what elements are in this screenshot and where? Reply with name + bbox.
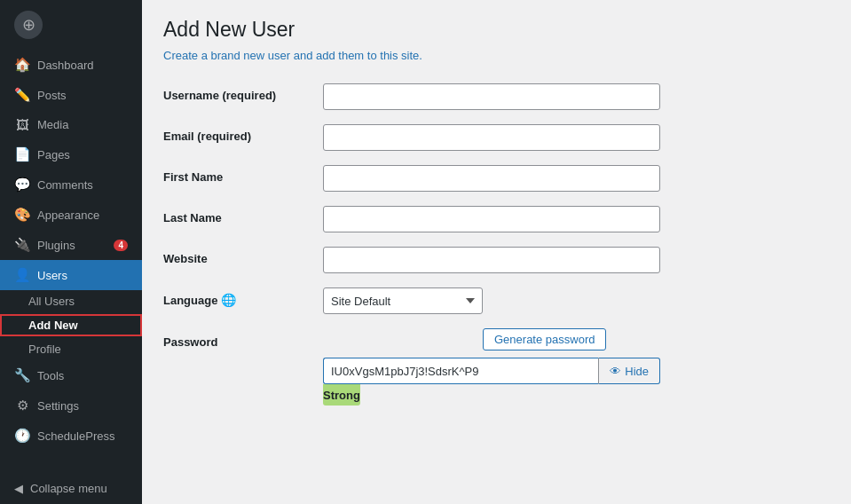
firstname-label: First Name xyxy=(163,165,323,184)
main-content: Add New User Create a brand new user and… xyxy=(142,0,851,504)
wp-logo-icon: ⊕ xyxy=(14,11,43,39)
email-label: Email (required) xyxy=(163,124,323,143)
plugins-icon: 🔌 xyxy=(14,237,30,253)
firstname-input[interactable] xyxy=(323,165,660,192)
sidebar-item-label: SchedulePress xyxy=(37,429,128,443)
lastname-input[interactable] xyxy=(323,206,660,232)
plugins-badge: 4 xyxy=(114,240,128,251)
language-icon: 🌐 xyxy=(221,293,236,307)
language-label: Language 🌐 xyxy=(163,287,323,307)
sidebar-item-label: Dashboard xyxy=(37,59,128,72)
username-row: Username (required) xyxy=(163,83,830,110)
username-input-wrap xyxy=(323,83,660,110)
hide-btn-label: Hide xyxy=(625,365,649,378)
username-label: Username (required) xyxy=(163,83,323,102)
password-row: Password Generate password 👁 Hide Strong xyxy=(163,328,830,406)
sidebar-item-settings[interactable]: ⚙ Settings xyxy=(0,390,142,421)
submenu-profile[interactable]: Profile xyxy=(0,338,142,360)
password-strength-bar: Strong xyxy=(323,384,360,406)
sidebar-item-dashboard[interactable]: 🏠 Dashboard xyxy=(0,50,142,80)
eye-icon: 👁 xyxy=(610,365,621,378)
email-input[interactable] xyxy=(323,124,660,151)
sidebar-item-comments[interactable]: 💬 Comments xyxy=(0,169,142,200)
appearance-icon: 🎨 xyxy=(14,207,30,223)
website-input[interactable] xyxy=(323,247,660,273)
lastname-input-wrap xyxy=(323,206,660,232)
sidebar-item-label: Media xyxy=(37,118,128,131)
email-row: Email (required) xyxy=(163,124,830,151)
sidebar-item-tools[interactable]: 🔧 Tools xyxy=(0,360,142,390)
email-input-wrap xyxy=(323,124,660,151)
website-input-wrap xyxy=(323,247,660,273)
sidebar-item-posts[interactable]: ✏️ Posts xyxy=(0,80,142,110)
password-field-row: 👁 Hide xyxy=(323,358,660,384)
posts-icon: ✏️ xyxy=(14,87,30,103)
sidebar-item-label: Plugins xyxy=(37,239,106,252)
password-label-row: Password Generate password xyxy=(163,328,830,350)
lastname-row: Last Name xyxy=(163,206,830,232)
sidebar: ⊕ 🏠 Dashboard ✏️ Posts 🖼 Media 📄 Pages 💬… xyxy=(0,0,142,504)
submenu-add-new[interactable]: Add New xyxy=(0,314,142,336)
media-icon: 🖼 xyxy=(14,117,30,132)
sidebar-item-label: Comments xyxy=(37,178,128,192)
collapse-icon: ◀ xyxy=(14,482,23,495)
pages-icon: 📄 xyxy=(14,146,30,162)
sidebar-item-schedulepress[interactable]: 🕐 SchedulePress xyxy=(0,421,142,451)
sidebar-item-appearance[interactable]: 🎨 Appearance xyxy=(0,200,142,230)
sidebar-item-label: Appearance xyxy=(37,209,128,222)
users-icon: 👤 xyxy=(14,267,30,283)
sidebar-item-users[interactable]: 👤 Users xyxy=(0,260,142,290)
password-input-wrap xyxy=(323,358,598,384)
comments-icon: 💬 xyxy=(14,177,30,193)
dashboard-icon: 🏠 xyxy=(14,57,30,73)
hide-password-button[interactable]: 👁 Hide xyxy=(598,358,660,384)
language-select[interactable]: Site Default xyxy=(323,287,483,314)
sidebar-item-label: Posts xyxy=(37,89,128,102)
lastname-label: Last Name xyxy=(163,206,323,224)
generate-password-button[interactable]: Generate password xyxy=(483,328,606,350)
firstname-row: First Name xyxy=(163,165,830,192)
password-label: Password xyxy=(163,330,323,349)
page-title: Add New User xyxy=(163,18,830,42)
page-subtitle: Create a brand new user and add them to … xyxy=(163,49,830,62)
collapse-menu[interactable]: ◀ Collapse menu xyxy=(0,473,142,504)
username-input[interactable] xyxy=(323,83,660,110)
sidebar-item-label: Tools xyxy=(37,369,128,382)
schedulepress-icon: 🕐 xyxy=(14,428,30,444)
tools-icon: 🔧 xyxy=(14,367,30,383)
password-input[interactable] xyxy=(323,358,598,384)
sidebar-item-pages[interactable]: 📄 Pages xyxy=(0,139,142,169)
sidebar-item-plugins[interactable]: 🔌 Plugins 4 xyxy=(0,230,142,260)
submenu-all-users[interactable]: All Users xyxy=(0,290,142,312)
language-row: Language 🌐 Site Default xyxy=(163,287,830,314)
sidebar-item-media[interactable]: 🖼 Media xyxy=(0,110,142,139)
sidebar-item-label: Settings xyxy=(37,399,128,413)
website-label: Website xyxy=(163,247,323,265)
sidebar-item-label: Pages xyxy=(37,148,128,161)
sidebar-item-label: Users xyxy=(37,269,128,282)
users-submenu: All Users Add New Profile xyxy=(0,290,142,360)
sidebar-logo: ⊕ xyxy=(0,0,142,50)
settings-icon: ⚙ xyxy=(14,398,30,413)
collapse-label: Collapse menu xyxy=(30,482,107,495)
website-row: Website xyxy=(163,247,830,273)
language-select-wrap: Site Default xyxy=(323,287,660,314)
firstname-input-wrap xyxy=(323,165,660,192)
